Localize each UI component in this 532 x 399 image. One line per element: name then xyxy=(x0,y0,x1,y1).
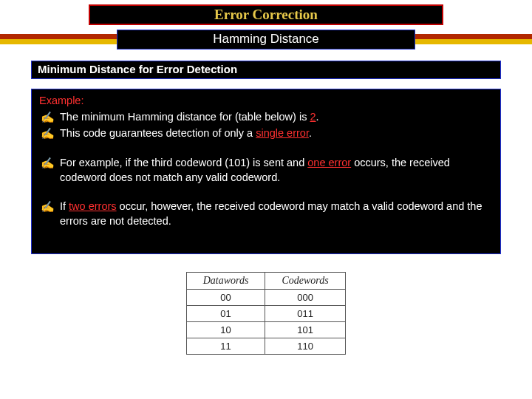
slide-subtitle: Hamming Distance xyxy=(213,32,319,46)
bullet-4-pre: If xyxy=(60,200,69,212)
bullet-2-post: . xyxy=(309,127,312,139)
table-row: 01 011 xyxy=(187,306,346,322)
codeword-table: Datawords Codewords 00 000 01 011 10 101… xyxy=(186,272,346,355)
bullet-icon: ✍ xyxy=(39,200,60,214)
bullet-1-post: . xyxy=(316,111,319,123)
cell-dataword: 10 xyxy=(187,322,265,338)
bullet-1: ✍ The minimum Hamming distance for (tabl… xyxy=(39,110,493,125)
cell-codeword: 101 xyxy=(265,322,346,338)
bullet-4-post: occur, however, the received codeword ma… xyxy=(60,200,482,227)
cell-codeword: 110 xyxy=(265,338,346,355)
cell-dataword: 11 xyxy=(187,338,265,355)
table-header-row: Datawords Codewords xyxy=(187,273,346,290)
bullet-4-highlight: two errors xyxy=(69,200,116,212)
bullet-4: ✍ If two errors occur, however, the rece… xyxy=(39,200,493,228)
slide-title: Error Correction xyxy=(214,7,318,22)
section-heading-box: Minimum Distance for Error Detection xyxy=(31,61,501,79)
bullet-2: ✍ This code guarantees detection of only… xyxy=(39,126,493,141)
bullet-icon: ✍ xyxy=(39,156,60,171)
cell-dataword: 01 xyxy=(187,306,265,322)
bullet-2-pre: This code guarantees detection of only a xyxy=(60,127,256,139)
table-header-codewords: Codewords xyxy=(265,273,346,290)
bullet-3-highlight: one error xyxy=(307,157,351,168)
bullet-text: The minimum Hamming distance for (table … xyxy=(60,110,493,125)
table-row: 11 110 xyxy=(187,338,346,355)
slide-subtitle-box: Hamming Distance xyxy=(117,30,415,50)
bullet-1-pre: The minimum Hamming distance for (table … xyxy=(60,111,310,123)
example-label: Example: xyxy=(39,94,493,109)
cell-codeword: 011 xyxy=(265,306,346,322)
bullet-text: If two errors occur, however, the receiv… xyxy=(60,200,493,228)
cell-dataword: 00 xyxy=(187,290,265,306)
table-row: 00 000 xyxy=(187,290,346,306)
cell-codeword: 000 xyxy=(265,290,346,306)
content-box: Example: ✍ The minimum Hamming distance … xyxy=(31,89,501,254)
bullet-3-pre: For example, if the third codeword (101)… xyxy=(60,157,307,168)
slide-title-box: Error Correction xyxy=(89,4,443,25)
bullet-3: ✍ For example, if the third codeword (10… xyxy=(39,156,493,185)
bullet-text: For example, if the third codeword (101)… xyxy=(60,156,493,185)
codeword-table-wrap: Datawords Codewords 00 000 01 011 10 101… xyxy=(186,272,346,355)
bullet-1-highlight: 2 xyxy=(310,111,316,123)
table-header-datawords: Datawords xyxy=(187,273,265,290)
bullet-2-highlight: single error xyxy=(256,127,309,139)
bullet-icon: ✍ xyxy=(39,126,60,141)
table-row: 10 101 xyxy=(187,322,346,338)
bullet-icon: ✍ xyxy=(39,110,60,125)
bullet-text: This code guarantees detection of only a… xyxy=(60,126,493,141)
section-heading: Minimum Distance for Error Detection xyxy=(38,63,237,75)
